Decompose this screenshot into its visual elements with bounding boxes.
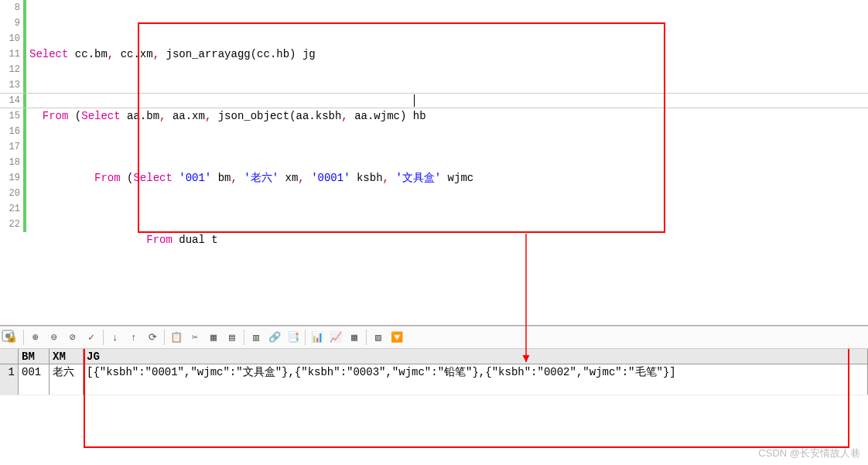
results-grid[interactable]: BM XM JG 1 001 老六 [{"ksbh":"0001","wjmc"… [0, 349, 868, 465]
toolbar-separator [23, 330, 24, 345]
code-area[interactable]: Select cc.bm, cc.xm, json_arrayagg(cc.hb… [29, 0, 868, 326]
code-line: Select cc.bm, cc.xm, json_arrayagg(cc.hb… [29, 46, 868, 62]
toolbar-button[interactable]: 🔗 [268, 330, 282, 344]
toolbar-button[interactable]: ⊘ [66, 330, 80, 344]
toolbar-button[interactable]: ⟳ [145, 330, 159, 344]
line-number: 21 [0, 201, 20, 217]
toolbar-button[interactable]: 📊 [310, 330, 324, 344]
toolbar-separator [366, 330, 367, 345]
watermark: CSDN @长安情故人巷 [758, 446, 860, 460]
cell-xm[interactable]: 老六 [50, 364, 84, 395]
toolbar-button[interactable]: ▦ [207, 330, 220, 344]
toolbar-button[interactable]: ✂ [188, 330, 202, 344]
toolbar-button[interactable]: ⊖ [47, 330, 61, 344]
toolbar-button[interactable]: ▦ [347, 330, 361, 344]
line-number: 13 [0, 77, 20, 93]
line-number: 10 [0, 31, 20, 46]
line-number: 16 [0, 124, 20, 139]
line-number: 18 [0, 155, 20, 170]
line-number: 22 [0, 217, 20, 232]
change-marker [23, 0, 26, 232]
toolbar-button[interactable]: ↓ [108, 330, 122, 344]
toolbar-button[interactable]: ↑ [127, 330, 141, 344]
code-line: From (Select '001' bm, '老六' xm, '0001' k… [29, 170, 868, 186]
toolbar-button[interactable]: ▤ [225, 330, 239, 344]
line-number: 8 [0, 0, 20, 15]
line-number: 9 [0, 15, 20, 31]
col-header-xm[interactable]: XM [50, 349, 84, 364]
results-header: BM XM JG [0, 349, 868, 364]
line-number: 15 [0, 108, 20, 124]
toolbar-separator [164, 330, 165, 345]
line-number: 17 [0, 139, 20, 155]
breakpoint-icon [2, 330, 15, 344]
toolbar-separator [103, 330, 104, 345]
svg-point-1 [5, 333, 10, 338]
toolbar-button[interactable]: ▧ [371, 330, 385, 344]
toolbar-button[interactable]: ⊕ [29, 330, 43, 344]
line-number: 12 [0, 62, 20, 77]
cell-bm[interactable]: 001 [19, 364, 50, 395]
col-header-bm[interactable]: BM [19, 349, 50, 364]
toolbar-separator [305, 330, 306, 345]
line-number: 20 [0, 186, 20, 201]
table-row[interactable]: 1 001 老六 [{"ksbh":"0001","wjmc":"文具盒"},{… [0, 364, 868, 395]
line-number: 14 [0, 93, 20, 108]
toolbar-button[interactable]: 🔽 [390, 330, 404, 344]
line-number: 11 [0, 46, 20, 62]
toolbar-button[interactable]: 📋 [169, 330, 183, 344]
row-number: 1 [0, 364, 19, 395]
toolbar-button[interactable]: ✓ [84, 330, 98, 344]
line-gutter: 8910111213141516171819202122 [0, 0, 23, 232]
code-line: From (Select aa.bm, aa.xm, json_object(a… [29, 108, 868, 124]
code-line: From dual t [29, 232, 868, 248]
sql-editor[interactable]: 8910111213141516171819202122 Select cc.b… [0, 0, 868, 326]
toolbar-button[interactable]: ▥ [249, 330, 263, 344]
row-header-blank [0, 349, 19, 364]
toolbar-button[interactable]: 📑 [286, 330, 300, 344]
code-line [29, 294, 868, 309]
line-number: 19 [0, 170, 20, 186]
cell-jg[interactable]: [{"ksbh":"0001","wjmc":"文具盒"},{"ksbh":"0… [84, 364, 868, 395]
toolbar-button[interactable]: 📈 [329, 330, 343, 344]
col-header-jg[interactable]: JG [84, 349, 868, 364]
toolbar-separator [244, 330, 244, 345]
results-toolbar: 🔒⊕⊖⊘✓↓↑⟳📋✂▦▤▥🔗📑📊📈▦▧🔽 [0, 326, 868, 349]
